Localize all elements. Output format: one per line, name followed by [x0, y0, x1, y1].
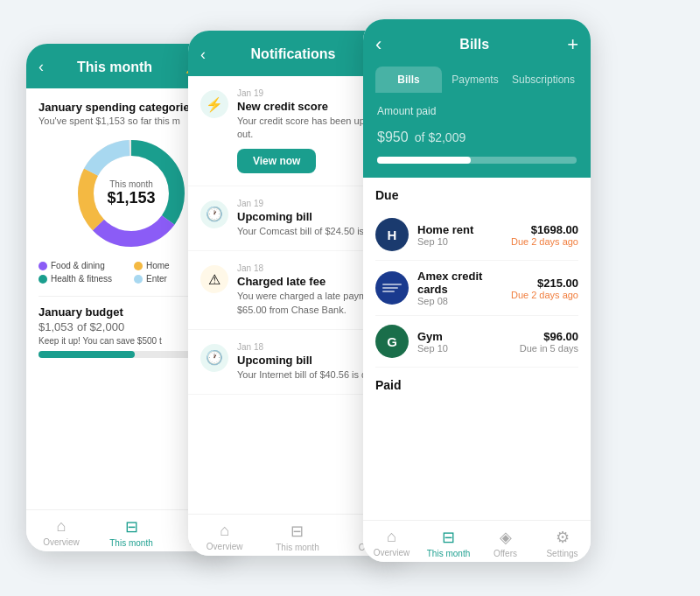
- bills-progress-bg: [377, 157, 577, 164]
- nav-overview-label: Overview: [43, 537, 80, 547]
- bill-name-amex: Amex credit cards: [417, 270, 502, 296]
- bills-header: ‹ Bills + Bills Payments Subscriptions: [363, 19, 591, 93]
- bills-due-label: Due: [375, 178, 578, 209]
- bill-date-amex: Sep 08: [417, 296, 502, 306]
- legend-dot-food: [38, 262, 47, 270]
- bills-thismonth-icon: ⊟: [442, 528, 455, 547]
- legend-dot-home: [134, 262, 143, 270]
- notif-icon-1: 🕐: [200, 200, 228, 228]
- bills-settings-icon: ⚙: [556, 528, 570, 547]
- bill-amount-homerent: $1698.00 Due 2 days ago: [511, 223, 578, 247]
- notif-icon-3: 🕐: [200, 344, 228, 372]
- bills-bottom-nav: ⌂ Overview ⊟ This month ◈ Offers ⚙ Setti…: [363, 520, 591, 562]
- budget-progress-fill: [38, 351, 135, 358]
- amex-card-lines: [377, 278, 407, 298]
- bills-nav-thismonth[interactable]: ⊟ This month: [420, 528, 477, 558]
- legend-dot-enter: [134, 275, 143, 284]
- bill-due-amex: Due 2 days ago: [511, 290, 578, 300]
- notif-cta-0[interactable]: View now: [237, 149, 316, 173]
- bill-due-gym: Due in 5 days: [520, 343, 578, 354]
- bill-date-gym: Sep 10: [417, 343, 511, 354]
- bills-card: ‹ Bills + Bills Payments Subscriptions A…: [363, 19, 591, 562]
- bills-overview-icon: ⌂: [387, 528, 396, 546]
- nav-thismonth-label: This month: [109, 538, 152, 548]
- bills-nav-offers-label: Offers: [494, 549, 517, 558]
- legend-dot-health: [38, 275, 47, 284]
- thismonth-title: This month: [44, 60, 186, 75]
- bills-header-top: ‹ Bills +: [375, 33, 578, 56]
- bill-info-gym: Gym Sep 10: [417, 330, 511, 354]
- donut-label: This month $1,153: [107, 179, 155, 207]
- bill-avatar-homerent: H: [375, 218, 409, 251]
- notif-icon-2: ⚠: [200, 265, 228, 293]
- bills-nav-overview-label: Overview: [374, 548, 410, 557]
- bills-tab-subscriptions[interactable]: Subscriptions: [508, 67, 578, 93]
- legend-label-food: Food & dining: [51, 261, 105, 270]
- bills-paid-amount: $950 of $2,009: [377, 121, 577, 148]
- notifs-nav-thismonth-label: This month: [276, 543, 318, 552]
- donut-amount: $1,153: [107, 189, 155, 207]
- bills-tabs: Bills Payments Subscriptions: [375, 67, 578, 93]
- notifs-nav-overview[interactable]: ⌂ Overview: [188, 522, 261, 552]
- nav-overview[interactable]: ⌂ Overview: [26, 517, 96, 548]
- legend-health: Health & fitness: [38, 274, 129, 284]
- bills-nav-overview[interactable]: ⌂ Overview: [363, 528, 420, 558]
- notifs-nav-thismonth[interactable]: ⊟ This month: [261, 522, 333, 552]
- bills-list: Due H Home rent Sep 10 $1698.00 Due 2 da…: [363, 178, 591, 484]
- notifs-title: Notifications: [206, 46, 381, 62]
- overview-icon: ⌂: [57, 517, 66, 536]
- bill-info-homerent: Home rent Sep 10: [417, 223, 502, 247]
- notifs-overview-icon: ⌂: [220, 522, 229, 540]
- bill-avatar-amex: [375, 271, 409, 305]
- bills-nav-settings[interactable]: ⚙ Settings: [534, 528, 591, 558]
- bill-amount-amex: $215.00 Due 2 days ago: [511, 277, 578, 300]
- bill-item-gym: G Gym Sep 10 $96.00 Due in 5 days: [375, 316, 578, 368]
- bills-nav-offers[interactable]: ◈ Offers: [477, 528, 534, 558]
- legend-food: Food & dining: [38, 261, 129, 270]
- bills-progress-fill: [377, 157, 471, 164]
- bill-date-homerent: Sep 10: [417, 236, 502, 247]
- bills-add-icon[interactable]: +: [567, 33, 578, 56]
- bill-avatar-gym: G: [375, 325, 409, 358]
- bill-item-homerent: H Home rent Sep 10 $1698.00 Due 2 days a…: [375, 209, 578, 261]
- bill-info-amex: Amex credit cards Sep 08: [417, 270, 502, 306]
- bills-back-icon[interactable]: ‹: [375, 33, 382, 56]
- bills-paid-label: Paid: [375, 368, 578, 399]
- bills-nav-settings-label: Settings: [546, 549, 578, 558]
- donut-month: This month: [107, 179, 155, 189]
- legend-label-enter: Enter: [146, 274, 167, 284]
- bills-summary: Amount paid $950 of $2,009: [363, 93, 591, 178]
- bill-due-homerent: Due 2 days ago: [511, 236, 578, 247]
- bills-nav-thismonth-label: This month: [427, 549, 470, 558]
- notifs-nav-overview-label: Overview: [206, 542, 243, 551]
- bill-item-amex: Amex credit cards Sep 08 $215.00 Due 2 d…: [375, 261, 578, 316]
- bills-tab-payments[interactable]: Payments: [442, 67, 508, 93]
- bills-summary-label: Amount paid: [377, 105, 577, 117]
- bill-amount-gym: $96.00 Due in 5 days: [520, 330, 578, 354]
- notifs-thismonth-icon: ⊟: [290, 522, 304, 541]
- bills-title: Bills: [459, 37, 489, 53]
- notif-icon-0: ⚡: [200, 90, 228, 118]
- bills-tab-bills[interactable]: Bills: [375, 67, 442, 93]
- thismonth-icon: ⊟: [125, 517, 138, 536]
- legend-label-health: Health & fitness: [51, 274, 112, 284]
- nav-thismonth[interactable]: ⊟ This month: [96, 517, 166, 548]
- bill-name-homerent: Home rent: [417, 223, 502, 236]
- bills-offers-icon: ◈: [500, 528, 512, 547]
- bill-name-gym: Gym: [417, 330, 511, 343]
- legend-label-home: Home: [146, 261, 170, 270]
